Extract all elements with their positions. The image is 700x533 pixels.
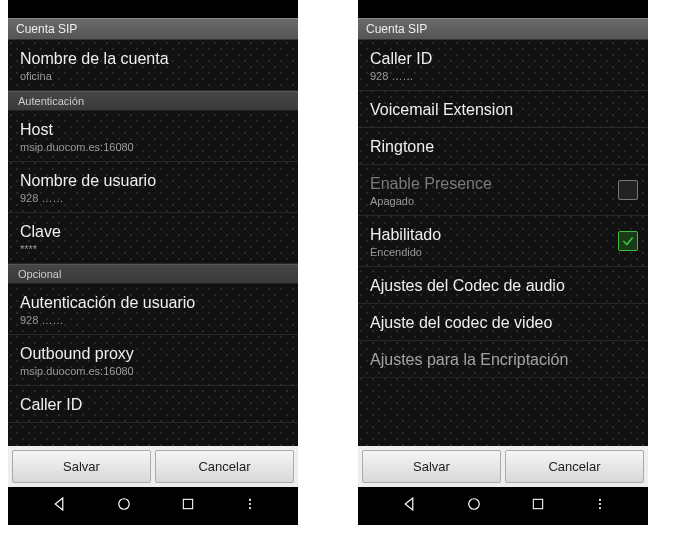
settings-item[interactable]: Voicemail Extension: [358, 91, 648, 128]
screen-title: Cuenta SIP: [358, 18, 648, 40]
item-title: Caller ID: [370, 50, 636, 68]
item-subtitle: Apagado: [370, 195, 636, 207]
phone-right: Cuenta SIP Caller ID928 ……Voicemail Exte…: [358, 0, 648, 525]
svg-point-9: [598, 507, 600, 509]
settings-item[interactable]: HabilitadoEncendido: [358, 216, 648, 267]
android-nav-bar: [358, 487, 648, 525]
phone-left: Cuenta SIP Nombre de la cuentaoficinaAut…: [8, 0, 298, 525]
settings-item[interactable]: Nombre de usuario928 ……: [8, 162, 298, 213]
section-header: Opcional: [8, 264, 298, 284]
svg-point-4: [248, 507, 250, 509]
section-header: Autenticación: [8, 91, 298, 111]
item-title: Nombre de la cuenta: [20, 50, 286, 68]
settings-item[interactable]: Ringtone: [358, 128, 648, 165]
back-icon[interactable]: [400, 495, 418, 517]
item-title: Ajustes del Codec de audio: [370, 277, 636, 295]
svg-point-3: [248, 503, 250, 505]
item-title: Nombre de usuario: [20, 172, 286, 190]
settings-item[interactable]: Hostmsip.duocom.es:16080: [8, 111, 298, 162]
item-title: Voicemail Extension: [370, 101, 636, 119]
item-title: Ringtone: [370, 138, 636, 156]
cancel-button[interactable]: Cancelar: [155, 450, 294, 483]
save-button[interactable]: Salvar: [362, 450, 501, 483]
recent-icon[interactable]: [180, 496, 196, 516]
menu-icon[interactable]: [593, 495, 607, 517]
settings-item[interactable]: Nombre de la cuentaoficina: [8, 40, 298, 91]
item-subtitle: 928 ……: [370, 70, 636, 82]
button-bar: Salvar Cancelar: [358, 446, 648, 487]
cancel-button[interactable]: Cancelar: [505, 450, 644, 483]
screen-title: Cuenta SIP: [8, 18, 298, 40]
item-title: Habilitado: [370, 226, 636, 244]
item-title: Ajuste del codec de video: [370, 314, 636, 332]
item-subtitle: Encendido: [370, 246, 636, 258]
svg-rect-1: [183, 499, 192, 508]
item-title: Enable Presence: [370, 175, 636, 193]
svg-rect-6: [533, 499, 542, 508]
settings-item[interactable]: Enable PresenceApagado: [358, 165, 648, 216]
settings-item[interactable]: Caller ID928 ……: [358, 40, 648, 91]
button-bar: Salvar Cancelar: [8, 446, 298, 487]
svg-point-7: [598, 499, 600, 501]
checkbox[interactable]: [618, 180, 638, 200]
svg-point-0: [118, 499, 129, 510]
item-title: Autenticación de usuario: [20, 294, 286, 312]
settings-item[interactable]: Caller ID: [8, 386, 298, 423]
item-subtitle: msip.duocom.es:16080: [20, 141, 286, 153]
item-title: Host: [20, 121, 286, 139]
svg-point-5: [468, 499, 479, 510]
item-subtitle: 928 ……: [20, 192, 286, 204]
home-icon[interactable]: [115, 495, 133, 517]
status-bar: [358, 0, 648, 18]
item-title: Ajustes para la Encriptación: [370, 351, 636, 369]
status-bar: [8, 0, 298, 18]
back-icon[interactable]: [50, 495, 68, 517]
svg-point-2: [248, 499, 250, 501]
settings-item[interactable]: Ajuste del codec de video: [358, 304, 648, 341]
settings-item[interactable]: Ajustes del Codec de audio: [358, 267, 648, 304]
settings-list[interactable]: Nombre de la cuentaoficinaAutenticaciónH…: [8, 40, 298, 446]
item-subtitle: oficina: [20, 70, 286, 82]
item-title: Caller ID: [20, 396, 286, 414]
save-button[interactable]: Salvar: [12, 450, 151, 483]
settings-item[interactable]: Clave****: [8, 213, 298, 264]
item-subtitle: 928 ……: [20, 314, 286, 326]
svg-point-8: [598, 503, 600, 505]
item-subtitle: msip.duocom.es:16080: [20, 365, 286, 377]
settings-item[interactable]: Autenticación de usuario928 ……: [8, 284, 298, 335]
checkbox[interactable]: [618, 231, 638, 251]
settings-item[interactable]: Outbound proxymsip.duocom.es:16080: [8, 335, 298, 386]
home-icon[interactable]: [465, 495, 483, 517]
android-nav-bar: [8, 487, 298, 525]
settings-item[interactable]: Ajustes para la Encriptación: [358, 341, 648, 378]
item-title: Outbound proxy: [20, 345, 286, 363]
recent-icon[interactable]: [530, 496, 546, 516]
item-subtitle: ****: [20, 243, 286, 255]
item-title: Clave: [20, 223, 286, 241]
settings-list[interactable]: Caller ID928 ……Voicemail ExtensionRingto…: [358, 40, 648, 446]
menu-icon[interactable]: [243, 495, 257, 517]
